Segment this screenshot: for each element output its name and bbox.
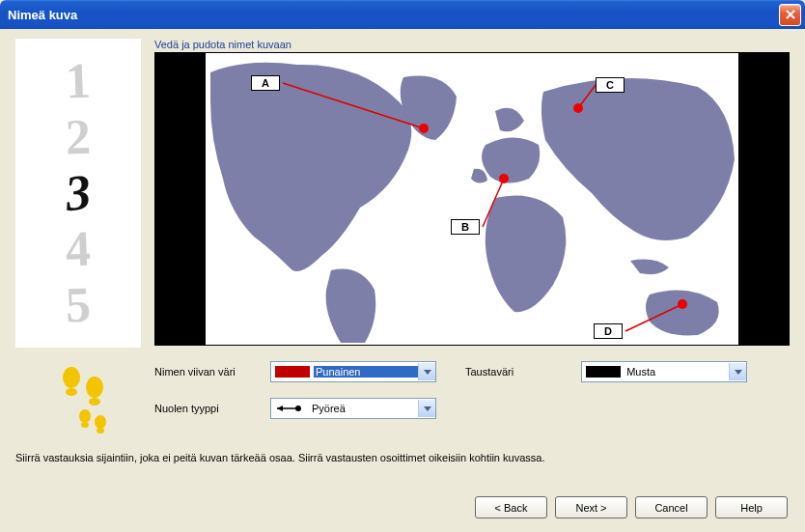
svg-point-7	[97, 428, 104, 434]
arrow-type-value: Pyöreä	[310, 403, 418, 414]
chevron-down-icon	[418, 363, 435, 380]
map-label-A[interactable]: A	[251, 75, 280, 91]
instruction-text: Siirrä vastauksia sijaintiin, joka ei pe…	[15, 452, 790, 463]
help-button[interactable]: Help	[715, 496, 788, 518]
map-frame: A B C D	[154, 52, 790, 346]
chevron-down-icon	[418, 400, 435, 417]
bg-color-value: Musta	[625, 366, 729, 378]
map-label-B[interactable]: B	[451, 219, 480, 235]
map-point-D[interactable]	[678, 299, 687, 309]
line-color-value: Punainen	[314, 366, 418, 378]
bg-color-label: Taustaväri	[465, 366, 514, 378]
main-row: 1 2 3 4 5	[15, 39, 790, 434]
titlebar: Nimeä kuva	[0, 0, 805, 29]
svg-point-4	[79, 409, 91, 423]
chevron-down-icon	[729, 363, 746, 380]
arrow-type-label: Nuolen tyyppi	[154, 403, 251, 414]
window-title: Nimeä kuva	[8, 8, 779, 22]
map-label-C[interactable]: C	[596, 77, 625, 93]
map-image[interactable]: A B C D	[206, 53, 738, 345]
close-button[interactable]	[779, 4, 801, 26]
form-row-2: Nuolen tyyppi Pyöreä	[154, 398, 790, 419]
content-area: 1 2 3 4 5	[0, 29, 805, 532]
map-point-C[interactable]	[573, 103, 583, 113]
step-1: 1	[65, 53, 92, 110]
back-button[interactable]: < Back	[475, 496, 547, 518]
right-column: Vedä ja pudota nimet kuvaan	[154, 39, 790, 434]
hint-text: Vedä ja pudota nimet kuvaan	[154, 39, 790, 50]
map-point-B[interactable]	[499, 174, 509, 183]
svg-point-0	[63, 367, 80, 388]
svg-point-3	[89, 398, 100, 406]
svg-point-13	[295, 406, 301, 411]
close-icon	[786, 10, 795, 19]
svg-point-2	[86, 377, 103, 398]
step-4: 4	[65, 221, 92, 278]
wizard-window: Nimeä kuva 1 2 3 4 5	[0, 0, 805, 532]
form-row-1: Nimen viivan väri Punainen Taustaväri Mu…	[154, 361, 790, 382]
svg-point-6	[95, 415, 106, 429]
footprints-icon	[49, 367, 107, 434]
cancel-button[interactable]: Cancel	[635, 496, 708, 518]
wizard-buttons: < Back Next > Cancel Help	[475, 496, 788, 518]
line-color-label: Nimen viivan väri	[154, 366, 251, 378]
svg-point-1	[66, 388, 77, 396]
arrow-type-icon	[271, 404, 310, 413]
next-button[interactable]: Next >	[555, 496, 627, 518]
step-indicator: 1 2 3 4 5	[15, 39, 141, 348]
map-label-D[interactable]: D	[594, 323, 623, 339]
svg-point-5	[81, 422, 89, 428]
line-color-combo[interactable]: Punainen	[270, 361, 436, 382]
step-column: 1 2 3 4 5	[15, 39, 141, 434]
step-5: 5	[65, 277, 92, 334]
step-2: 2	[65, 109, 92, 166]
worldmap-svg	[206, 53, 738, 345]
bg-color-combo[interactable]: Musta	[581, 361, 747, 382]
map-point-A[interactable]	[419, 124, 429, 133]
step-3: 3	[63, 164, 94, 222]
arrow-type-combo[interactable]: Pyöreä	[270, 398, 436, 419]
bg-color-swatch	[586, 366, 621, 378]
line-color-swatch	[275, 366, 310, 378]
